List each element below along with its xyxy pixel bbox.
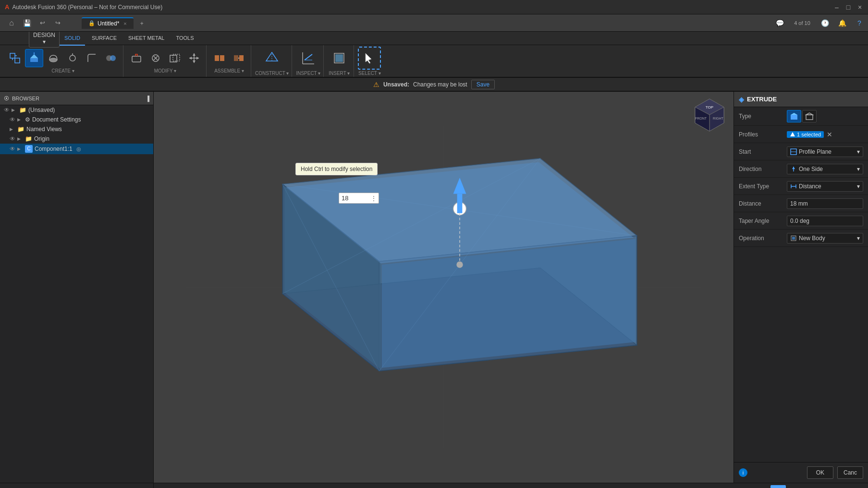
display-settings-button[interactable] [471,486,485,488]
start-dropdown[interactable]: Profile Plane ▾ [787,146,863,157]
orbit-tool[interactable] [374,486,387,488]
fillet-button[interactable] [83,49,101,67]
save-button[interactable]: Save [471,80,495,89]
assemble-btn2[interactable] [230,49,248,67]
chat-button[interactable]: 💬 [773,16,786,30]
insert-label[interactable]: INSERT ▾ [329,71,350,76]
modify-btn3[interactable] [166,49,184,67]
undo-button[interactable]: ↩ [36,16,49,30]
save-quick-button[interactable]: 💾 [20,16,34,30]
play-button[interactable]: ▶ [724,486,738,488]
eye-icon-doc[interactable]: 👁 [10,116,15,123]
svg-rect-1 [15,58,20,63]
select-btn[interactable] [358,47,381,70]
direction-dropdown[interactable]: One Side ▾ [787,164,863,174]
hole-button[interactable] [63,49,82,67]
construct-label[interactable]: CONSTRUCT ▾ [255,71,289,76]
prev-frame-button[interactable]: ⏮ [694,486,707,488]
type-btn-thin[interactable] [802,110,817,122]
browser-expand-icon[interactable]: ▐ [146,96,149,101]
browser-item-doc-settings[interactable]: 👁 ▶ ⚙ Document Settings [0,115,153,124]
cancel-button[interactable]: Canc [837,466,863,479]
combine-button[interactable] [102,49,120,67]
modify-move-button[interactable] [185,49,203,67]
measure-value-input[interactable] [339,193,368,203]
extent-type-dropdown[interactable]: Distance ▾ [787,181,863,192]
next-frame-button[interactable]: ⏭ [755,486,769,488]
inspect-label[interactable]: INSPECT ▾ [296,71,320,76]
profiles-selected-badge[interactable]: 1 selected [787,131,824,138]
insert-btn[interactable] [328,47,351,70]
distance-row: Distance 18 mm [734,195,868,212]
browser-collapse-btn[interactable]: ⦿ [4,96,9,101]
add-tab[interactable]: + [134,18,150,29]
folder-icon-unsaved: 📁 [19,107,26,113]
select-label[interactable]: SELECT ▾ [358,71,381,76]
nav-cube[interactable]: TOP RIGHT FRONT [690,97,729,135]
redo-button[interactable]: ↪ [51,16,64,30]
measure-input[interactable]: ⋮ [339,193,379,204]
tab-sheet-metal[interactable]: SHEET METAL [123,31,169,46]
notifications-button[interactable]: 🔔 [835,16,849,30]
operation-dropdown[interactable]: New Body ▾ [787,233,863,244]
maximize-button[interactable]: □ [845,4,852,11]
minimize-button[interactable]: – [833,4,840,11]
modify-label[interactable]: MODIFY ▾ [154,68,176,73]
file-tab[interactable]: 🔒 Untitled* × [82,17,134,29]
construct-group: CONSTRUCT ▾ [252,45,292,77]
start-label: Start [739,148,787,155]
svg-point-13 [152,55,159,61]
browser-item-origin[interactable]: 👁 ▶ 📁 Origin [0,134,153,144]
svg-point-7 [49,58,57,62]
extrude-button[interactable] [25,49,43,67]
add-comment-button[interactable]: + [37,486,51,488]
modify-btn1[interactable] [127,49,146,67]
play-forward-button[interactable]: ⏩ [740,486,753,488]
browser-item-named-views[interactable]: ▶ 📁 Named Views [0,124,153,134]
help-button[interactable]: ? [853,16,866,30]
svg-rect-4 [30,58,38,62]
svg-rect-51 [457,194,463,213]
create-label[interactable]: CREATE ▾ [51,68,74,73]
distance-value[interactable]: 18 mm [787,198,863,209]
inspect-btn[interactable] [297,47,320,70]
tab-tools[interactable]: TOOLS [171,31,198,46]
tab-surface[interactable]: SURFACE [87,31,122,46]
cursor-tool[interactable] [357,486,371,488]
play-backward-button[interactable]: ⏪ [709,486,722,488]
browser-item-component[interactable]: 👁 ▶ C Component1:1 ◎ [0,144,153,154]
browser-item-unsaved[interactable]: 👁 ▶ 📁 (Unsaved) [0,105,153,115]
construct-btn[interactable] [260,47,283,70]
eye-icon-origin[interactable]: 👁 [10,135,15,142]
eye-icon-unsaved[interactable]: 👁 [4,107,10,113]
ok-button[interactable]: OK [807,466,833,479]
history-button[interactable]: 🕐 [818,16,831,30]
revolve-button[interactable] [44,49,62,67]
license-button[interactable]: 4 of 10 [790,16,814,30]
info-icon[interactable]: i [739,468,747,477]
taper-value[interactable]: 0.0 deg [787,216,863,226]
tab-solid[interactable]: SOLID [60,31,85,46]
zoom-tool[interactable] [406,486,420,488]
component-target-icon[interactable]: ◎ [76,146,81,152]
title-bar-left: A Autodesk Fusion 360 (Personal – Not fo… [5,3,162,11]
title-bar-controls: – □ × [833,4,863,11]
viewport-canvas[interactable]: Hold Ctrl to modify selection ⋮ [154,92,734,483]
measure-more-options[interactable]: ⋮ [369,194,379,203]
close-button[interactable]: × [856,4,863,11]
eye-icon-comp[interactable]: 👁 [10,146,15,152]
assemble-label[interactable]: ASSEMBLE ▾ [214,68,244,73]
assemble-btn1[interactable] [210,49,229,67]
thumbnail-button[interactable] [770,485,786,488]
type-btn-solid[interactable] [787,110,801,122]
svg-marker-20 [189,57,192,60]
home-button[interactable]: ⌂ [5,16,18,30]
grid-button[interactable] [450,486,463,488]
design-dropdown[interactable]: DESIGN ▾ [29,29,60,48]
pan-tool[interactable] [390,486,403,488]
view-button[interactable] [428,486,441,488]
profiles-clear-button[interactable]: ✕ [826,131,833,138]
modify-btn2[interactable] [147,49,165,67]
3d-model-svg [154,92,734,483]
new-component-button[interactable] [6,49,24,67]
